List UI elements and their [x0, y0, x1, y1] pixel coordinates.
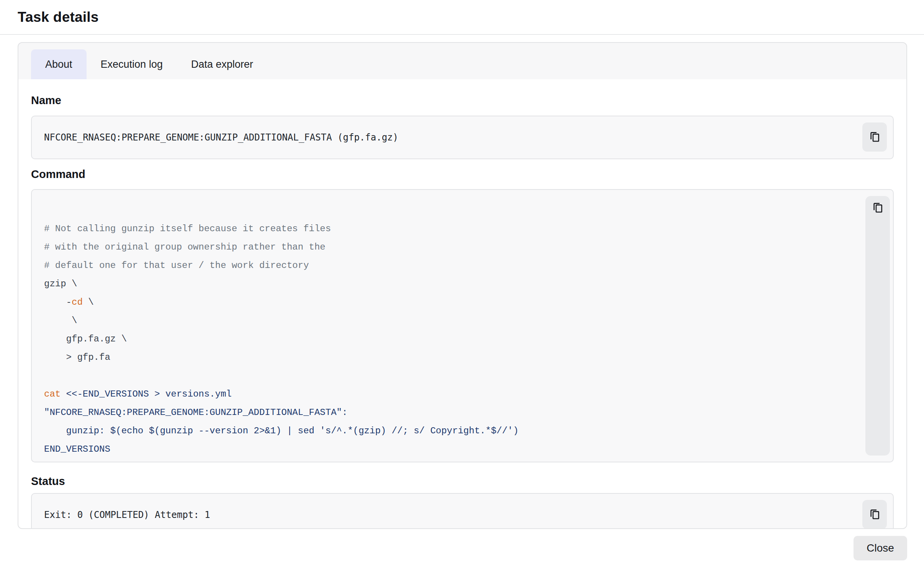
code-line: cat <<-END_VERSIONS > versions.yml: [44, 385, 847, 403]
task-status-value: Exit: 0 (COMPLETED) Attempt: 1: [44, 509, 210, 520]
tab-execution-log[interactable]: Execution log: [87, 49, 177, 79]
tab-content-about: Name NFCORE_RNASEQ:PREPARE_GENOME:GUNZIP…: [18, 79, 906, 529]
code-line: # default one for that user / the work d…: [44, 256, 847, 275]
task-name-box: NFCORE_RNASEQ:PREPARE_GENOME:GUNZIP_ADDI…: [31, 116, 894, 159]
close-button[interactable]: Close: [854, 536, 907, 560]
task-details-card: About Execution log Data explorer Name N…: [18, 42, 907, 529]
code-token: cd: [72, 297, 83, 307]
code-token: \: [83, 297, 94, 307]
code-token: > gfp.fa: [44, 352, 110, 363]
dialog-footer: Close: [854, 536, 907, 560]
tab-about[interactable]: About: [31, 49, 87, 79]
code-line: gunzip: $(echo $(gunzip --version 2>&1) …: [44, 422, 847, 440]
copy-icon: [868, 508, 881, 521]
task-details-page: Task details About Execution log Data ex…: [0, 0, 924, 565]
code-token: \: [44, 315, 77, 326]
copy-command-button[interactable]: [865, 196, 890, 223]
code-line: # Not calling gunzip itself because it c…: [44, 220, 847, 238]
code-token: gunzip: $(echo $(gunzip --version 2>&1) …: [44, 426, 519, 436]
scrollbar-track[interactable]: [865, 196, 890, 456]
code-line: gfp.fa.gz \: [44, 330, 847, 348]
page-header: Task details: [0, 0, 924, 35]
code-token: <<-END_VERSIONS > versions.yml: [61, 389, 231, 399]
copy-icon: [872, 201, 884, 215]
code-line: [44, 367, 847, 385]
code-token: -: [44, 297, 72, 307]
tab-bar: About Execution log Data explorer: [18, 43, 906, 79]
code-line: \: [44, 312, 847, 330]
code-line: gzip \: [44, 275, 847, 293]
code-line: > gfp.fa: [44, 348, 847, 367]
command-code: # Not calling gunzip itself because it c…: [32, 190, 893, 462]
task-name-value: NFCORE_RNASEQ:PREPARE_GENOME:GUNZIP_ADDI…: [44, 132, 398, 143]
task-status-box: Exit: 0 (COMPLETED) Attempt: 1: [31, 493, 894, 529]
page-title: Task details: [18, 9, 98, 25]
code-line: # with the original group ownership rath…: [44, 238, 847, 256]
code-line: END_VERSIONS: [44, 440, 847, 459]
task-command-box: # Not calling gunzip itself because it c…: [31, 189, 894, 462]
copy-name-button[interactable]: [862, 122, 887, 152]
status-heading: Status: [31, 475, 894, 488]
code-token: # with the original group ownership rath…: [44, 242, 326, 252]
code-token: # default one for that user / the work d…: [44, 260, 309, 271]
code-token: cat: [44, 389, 61, 399]
code-token: # Not calling gunzip itself because it c…: [44, 224, 331, 234]
code-token: "NFCORE_RNASEQ:PREPARE_GENOME:GUNZIP_ADD…: [44, 407, 347, 418]
command-heading: Command: [31, 168, 894, 181]
code-line: "NFCORE_RNASEQ:PREPARE_GENOME:GUNZIP_ADD…: [44, 403, 847, 422]
code-token: gzip \: [44, 279, 77, 289]
copy-status-button[interactable]: [862, 500, 887, 529]
tab-data-explorer[interactable]: Data explorer: [177, 49, 267, 79]
code-token: END_VERSIONS: [44, 444, 110, 454]
code-token: gfp.fa.gz \: [44, 334, 127, 344]
code-line: -cd \: [44, 293, 847, 312]
copy-icon: [868, 131, 881, 144]
name-heading: Name: [31, 94, 894, 107]
